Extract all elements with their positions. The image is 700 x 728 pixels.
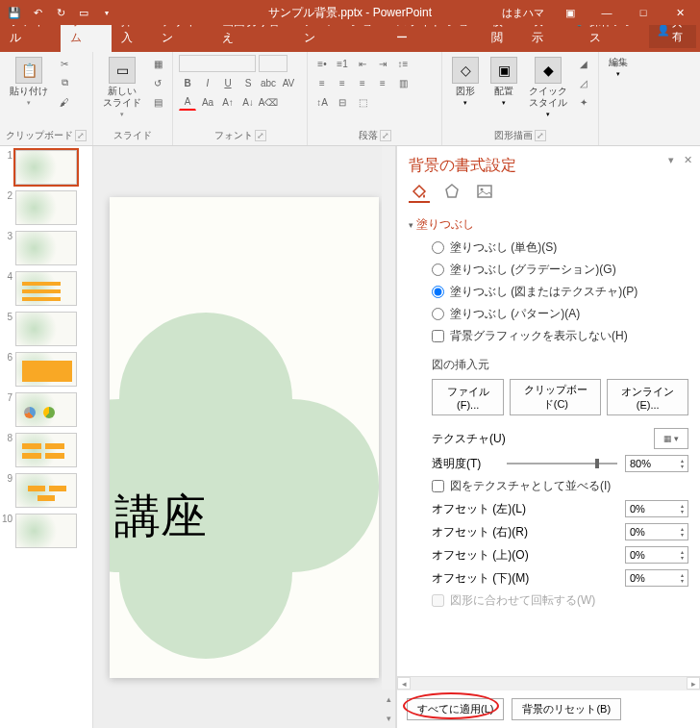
align-right-icon[interactable]: ≡: [354, 74, 371, 91]
next-slide-icon[interactable]: ▾: [382, 709, 395, 728]
slide-thumbnail[interactable]: [15, 190, 77, 225]
underline-button[interactable]: U: [219, 74, 237, 91]
increase-indent-icon[interactable]: ⇥: [374, 55, 391, 72]
justify-icon[interactable]: ≡: [374, 74, 391, 91]
offset-top-spinner[interactable]: ▴▾: [625, 546, 688, 564]
editing-button[interactable]: 編集 ▾: [605, 55, 632, 80]
thumbnail-pane[interactable]: 1 2 3 4 5 6 7 8 9 10: [0, 146, 92, 728]
insert-from-file-button[interactable]: ファイル(F)...: [432, 379, 504, 415]
apply-to-all-button[interactable]: すべてに適用(L): [407, 698, 504, 720]
start-from-beginning-icon[interactable]: ▭: [73, 2, 94, 23]
fill-section-header[interactable]: 塗りつぶし: [409, 209, 688, 237]
smartart-icon[interactable]: ⬚: [354, 93, 371, 111]
copy-icon[interactable]: ⧉: [56, 74, 73, 91]
redo-icon[interactable]: ↻: [50, 2, 71, 23]
slide-editor[interactable]: 講座 ▴ ▾: [92, 146, 396, 728]
align-center-icon[interactable]: ≡: [334, 74, 351, 91]
reset-background-button[interactable]: 背景のリセット(B): [512, 698, 621, 720]
font-launcher-icon[interactable]: ⤢: [255, 130, 266, 141]
effects-tab-icon[interactable]: [441, 182, 462, 203]
quick-styles-button[interactable]: ◆ クイック スタイル ▾: [525, 55, 571, 120]
strikethrough-button[interactable]: abc: [260, 74, 277, 91]
numbering-icon[interactable]: ≡1: [334, 55, 351, 72]
paste-button[interactable]: 📋 貼り付け ▾: [6, 55, 52, 109]
picture-tab-icon[interactable]: [474, 182, 495, 203]
pane-horizontal-scrollbar[interactable]: ◂ ▸: [397, 676, 700, 690]
insert-from-online-button[interactable]: オンライン(E)...: [607, 379, 688, 415]
clear-formatting-icon[interactable]: A⌫: [260, 93, 277, 111]
slide-thumbnail[interactable]: [15, 231, 77, 265]
fill-picture-option[interactable]: 塗りつぶし (図またはテクスチャ)(P): [409, 281, 688, 303]
arrange-button[interactable]: ▣ 配置 ▾: [487, 55, 521, 109]
clipboard-launcher-icon[interactable]: ⤢: [75, 130, 87, 141]
slide-thumbnail[interactable]: [15, 312, 77, 346]
shadow-button[interactable]: S: [239, 74, 257, 91]
tile-as-texture-checkbox[interactable]: 図をテクスチャとして並べる(I): [409, 475, 688, 497]
layout-icon[interactable]: ▦: [149, 55, 166, 72]
paragraph-launcher-icon[interactable]: ⤢: [380, 130, 391, 141]
slide-thumbnail[interactable]: [15, 352, 77, 387]
slide-thumbnail[interactable]: [15, 271, 77, 306]
texture-dropdown[interactable]: ▦ ▾: [654, 428, 688, 449]
offset-left-spinner[interactable]: ▴▾: [625, 500, 688, 517]
shape-fill-icon[interactable]: ◢: [575, 55, 592, 72]
cut-icon[interactable]: ✂: [56, 55, 73, 72]
close-icon[interactable]: ✕: [663, 0, 696, 25]
save-icon[interactable]: 💾: [4, 2, 25, 23]
slide-thumbnail[interactable]: [15, 150, 77, 185]
shape-outline-icon[interactable]: ◿: [575, 74, 592, 91]
prev-slide-icon[interactable]: ▴: [382, 690, 395, 709]
offset-right-spinner[interactable]: ▴▾: [625, 523, 688, 540]
group-label-drawing: 図形描画: [494, 130, 533, 140]
qat-dropdown-icon[interactable]: ▾: [96, 2, 117, 23]
slide-thumbnail[interactable]: [15, 392, 77, 427]
fill-pattern-option[interactable]: 塗りつぶし (パターン)(A): [409, 303, 688, 325]
ribbon: 📋 貼り付け ▾ ✂ ⧉ 🖌 クリップボード⤢ ▭ 新しい スライド ▾ ▦ ↺…: [0, 52, 700, 146]
font-color-icon[interactable]: A: [179, 93, 196, 111]
new-slide-button[interactable]: ▭ 新しい スライド ▾: [99, 55, 145, 120]
slide-thumbnail[interactable]: [15, 514, 77, 548]
fill-gradient-option[interactable]: 塗りつぶし (グラデーション)(G): [409, 259, 688, 281]
italic-button[interactable]: I: [199, 74, 216, 91]
text-direction-icon[interactable]: ↕A: [313, 93, 331, 111]
format-painter-icon[interactable]: 🖌: [56, 93, 73, 111]
slide-title-text[interactable]: 講座: [114, 486, 207, 547]
transparency-spinner[interactable]: ▴▾: [625, 455, 688, 472]
insert-from-clipboard-button[interactable]: クリップボード(C): [510, 379, 601, 415]
columns-icon[interactable]: ▥: [394, 74, 412, 91]
decrease-font-icon[interactable]: A↓: [239, 93, 257, 111]
font-family-dropdown[interactable]: [179, 55, 256, 72]
pane-options-icon[interactable]: ▾: [668, 154, 674, 166]
line-spacing-icon[interactable]: ↕≡: [394, 55, 412, 72]
drawing-launcher-icon[interactable]: ⤢: [535, 130, 546, 141]
font-size-dropdown[interactable]: [259, 55, 288, 72]
slide-thumbnail[interactable]: [15, 433, 77, 467]
fill-solid-option[interactable]: 塗りつぶし (単色)(S): [409, 237, 688, 259]
fill-tab-icon[interactable]: [409, 182, 430, 203]
change-case-icon[interactable]: Aa: [199, 93, 216, 111]
ribbon-display-options-icon[interactable]: ▣: [554, 0, 587, 25]
increase-font-icon[interactable]: A↑: [219, 93, 237, 111]
slide-canvas[interactable]: 講座: [110, 197, 379, 678]
maximize-icon[interactable]: □: [627, 0, 660, 25]
slide-thumbnail[interactable]: [15, 473, 77, 508]
minimize-icon[interactable]: —: [590, 0, 623, 25]
transparency-slider[interactable]: [507, 463, 617, 464]
reset-icon[interactable]: ↺: [149, 74, 166, 91]
pane-close-icon[interactable]: ✕: [684, 154, 692, 166]
bold-button[interactable]: B: [179, 74, 196, 91]
scroll-right-icon[interactable]: ▸: [687, 677, 700, 690]
shapes-button[interactable]: ◇ 図形 ▾: [448, 55, 483, 109]
offset-bottom-spinner[interactable]: ▴▾: [625, 569, 688, 587]
character-spacing-icon[interactable]: AV: [280, 74, 297, 91]
bullets-icon[interactable]: ≡•: [313, 55, 331, 72]
undo-icon[interactable]: ↶: [27, 2, 48, 23]
decrease-indent-icon[interactable]: ⇤: [354, 55, 371, 72]
vertical-scrollbar[interactable]: [382, 146, 395, 690]
hide-bg-graphics-checkbox[interactable]: 背景グラフィックを表示しない(H): [409, 325, 688, 347]
section-icon[interactable]: ▤: [149, 93, 166, 111]
align-text-icon[interactable]: ⊟: [334, 93, 351, 111]
shape-effects-icon[interactable]: ✦: [575, 93, 592, 111]
scroll-left-icon[interactable]: ◂: [397, 677, 411, 690]
align-left-icon[interactable]: ≡: [313, 74, 331, 91]
